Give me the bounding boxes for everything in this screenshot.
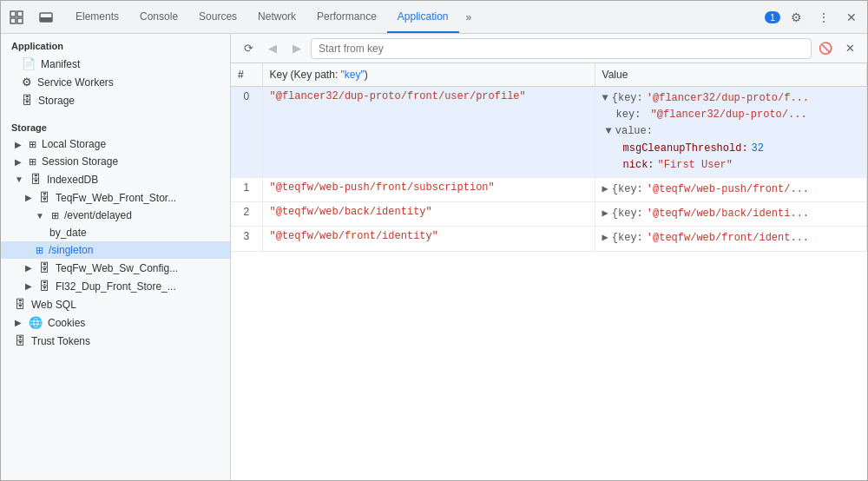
cookies-icon: 🌐 — [29, 316, 43, 329]
storage-icon: 🗄 — [22, 94, 33, 107]
tab-sources[interactable]: Sources — [188, 1, 247, 33]
table-row[interactable]: 3 "@teqfw/web/front/identity" ▶ {key: '@… — [231, 227, 867, 251]
row-key-3: "@teqfw/web/front/identity" — [262, 227, 595, 251]
sidebar-item-indexeddb[interactable]: ▼ 🗄 IndexedDB — [1, 170, 230, 188]
table-row[interactable]: 0 "@flancer32/dup-proto/front/user/profi… — [231, 87, 867, 178]
local-storage-icon: ⊞ — [29, 139, 36, 150]
tab-bar-icons — [4, 5, 58, 30]
row-key-0: "@flancer32/dup-proto/front/user/profile… — [262, 87, 595, 178]
devtools-dock-icon[interactable] — [34, 5, 58, 30]
sidebar-item-local-storage[interactable]: ▶ ⊞ Local Storage — [1, 135, 230, 153]
more-options-icon[interactable]: ⋮ — [812, 5, 836, 30]
svg-rect-0 — [10, 11, 16, 16]
close-devtools-icon[interactable]: ✕ — [839, 5, 864, 30]
tab-application[interactable]: Application — [387, 1, 459, 33]
forward-button[interactable]: ▶ — [286, 38, 307, 59]
service-workers-label: Service Workers — [37, 76, 114, 89]
teqfw-front-store-label: TeqFw_Web_Front_Stor... — [56, 192, 176, 204]
notifications-badge[interactable]: 1 — [765, 11, 780, 23]
fl32-dup-front-store-arrow: ▶ — [25, 281, 32, 291]
sidebar-item-cookies[interactable]: ▶ 🌐 Cookies — [1, 313, 230, 332]
table-row[interactable]: 2 "@teqfw/web/back/identity" ▶ {key: '@t… — [231, 202, 867, 227]
singleton-label: /singleton — [49, 244, 93, 256]
refresh-button[interactable]: ⟳ — [238, 38, 259, 59]
session-storage-icon: ⊞ — [29, 156, 36, 168]
sidebar-item-trust-tokens[interactable]: 🗄 Trust Tokens — [1, 332, 230, 350]
teqfw-front-store-arrow: ▶ — [25, 193, 32, 202]
teqfw-sw-config-label: TeqFw_Web_Sw_Config... — [56, 262, 178, 274]
local-storage-arrow: ▶ — [15, 140, 22, 149]
close-button[interactable]: ✕ — [839, 38, 860, 59]
tab-network[interactable]: Network — [247, 1, 306, 33]
main-area: Application 📄 Manifest ⚙ Service Workers… — [1, 34, 867, 480]
col-header-num: # — [231, 63, 262, 87]
table-row[interactable]: 1 "@teqfw/web-push/front/subscription" ▶… — [231, 177, 867, 201]
tab-right-icons: 1 ⚙ ⋮ ✕ — [765, 5, 864, 30]
sidebar-item-storage[interactable]: 🗄 Storage — [1, 91, 230, 109]
trust-tokens-icon: 🗄 — [15, 334, 26, 347]
row-value-1: ▶ {key: '@teqfw/web-push/front/... — [595, 177, 866, 201]
row-value-2: ▶ {key: '@teqfw/web/back/identi... — [595, 202, 866, 227]
by-date-label: by_date — [49, 227, 87, 239]
teqfw-front-store-icon: 🗄 — [39, 191, 50, 204]
sidebar-item-singleton[interactable]: ⊞ /singleton — [1, 241, 230, 259]
web-sql-icon: 🗄 — [15, 298, 26, 311]
sidebar-item-session-storage[interactable]: ▶ ⊞ Session Storage — [1, 153, 230, 170]
cookies-label: Cookies — [48, 317, 85, 329]
col-header-value: Value — [595, 63, 866, 87]
sidebar-item-by-date[interactable]: by_date — [1, 224, 230, 241]
content-toolbar: ⟳ ◀ ▶ 🚫 ✕ — [231, 34, 867, 63]
row-key-2: "@teqfw/web/back/identity" — [262, 202, 595, 227]
teqfw-sw-config-icon: 🗄 — [39, 261, 50, 274]
fl32-dup-front-store-label: Fl32_Dup_Front_Store_... — [56, 280, 176, 293]
devtools-inspect-icon[interactable] — [4, 5, 29, 30]
web-sql-label: Web SQL — [31, 299, 76, 311]
teqfw-sw-config-arrow: ▶ — [25, 263, 32, 273]
devtools-window: Elements Console Sources Network Perform… — [0, 0, 868, 481]
row-key-1: "@teqfw/web-push/front/subscription" — [262, 177, 595, 201]
clear-button[interactable]: 🚫 — [815, 38, 836, 59]
svg-rect-5 — [40, 17, 52, 22]
back-button[interactable]: ◀ — [262, 38, 283, 59]
data-table: # Key (Key path: "key") Value 0 "@flance… — [231, 63, 867, 480]
tab-console[interactable]: Console — [129, 1, 188, 33]
session-storage-label: Session Storage — [42, 155, 118, 168]
settings-icon[interactable]: ⚙ — [784, 5, 808, 30]
app-section-title: Application — [1, 34, 230, 55]
indexeddb-arrow: ▼ — [15, 175, 23, 184]
row-value-3: ▶ {key: '@teqfw/web/front/ident... — [595, 227, 866, 251]
tab-elements[interactable]: Elements — [65, 1, 129, 33]
indexeddb-label: IndexedDB — [47, 174, 98, 186]
sidebar-item-service-workers[interactable]: ⚙ Service Workers — [1, 73, 230, 91]
svg-rect-2 — [10, 18, 16, 23]
session-storage-arrow: ▶ — [15, 157, 22, 167]
row-num-1: 1 — [231, 177, 262, 201]
service-workers-icon: ⚙ — [22, 76, 32, 89]
manifest-icon: 📄 — [22, 57, 36, 70]
sidebar-item-fl32-dup-front-store[interactable]: ▶ 🗄 Fl32_Dup_Front_Store_... — [1, 277, 230, 295]
tab-bar: Elements Console Sources Network Perform… — [1, 1, 867, 34]
svg-rect-3 — [17, 18, 23, 23]
sidebar-item-teqfw-front-store[interactable]: ▶ 🗄 TeqFw_Web_Front_Stor... — [1, 188, 230, 207]
trust-tokens-label: Trust Tokens — [31, 335, 90, 347]
tab-more-button[interactable]: » — [459, 1, 479, 33]
tabs-container: Elements Console Sources Network Perform… — [65, 1, 765, 33]
indexeddb-icon: 🗄 — [30, 173, 42, 186]
sidebar: Application 📄 Manifest ⚙ Service Workers… — [1, 34, 231, 480]
event-delayed-arrow: ▼ — [36, 211, 44, 221]
search-input[interactable] — [311, 38, 812, 59]
singleton-icon: ⊞ — [36, 245, 43, 256]
sidebar-item-manifest[interactable]: 📄 Manifest — [1, 55, 230, 73]
tab-performance[interactable]: Performance — [306, 1, 387, 33]
storage-section-title: Storage — [1, 118, 230, 135]
sidebar-item-teqfw-sw-config[interactable]: ▶ 🗄 TeqFw_Web_Sw_Config... — [1, 259, 230, 277]
row-num-3: 3 — [231, 227, 262, 251]
sidebar-item-web-sql[interactable]: 🗄 Web SQL — [1, 295, 230, 313]
content-area: ⟳ ◀ ▶ 🚫 ✕ # Key (Key path: "key") Value — [231, 34, 867, 480]
row-num-0: 0 — [231, 87, 262, 178]
row-num-2: 2 — [231, 202, 262, 227]
storage-label: Storage — [38, 95, 75, 107]
col-header-key: Key (Key path: "key") — [262, 63, 595, 87]
sidebar-item-event-delayed[interactable]: ▼ ⊞ /event/delayed — [1, 207, 230, 224]
event-delayed-label: /event/delayed — [64, 209, 132, 221]
